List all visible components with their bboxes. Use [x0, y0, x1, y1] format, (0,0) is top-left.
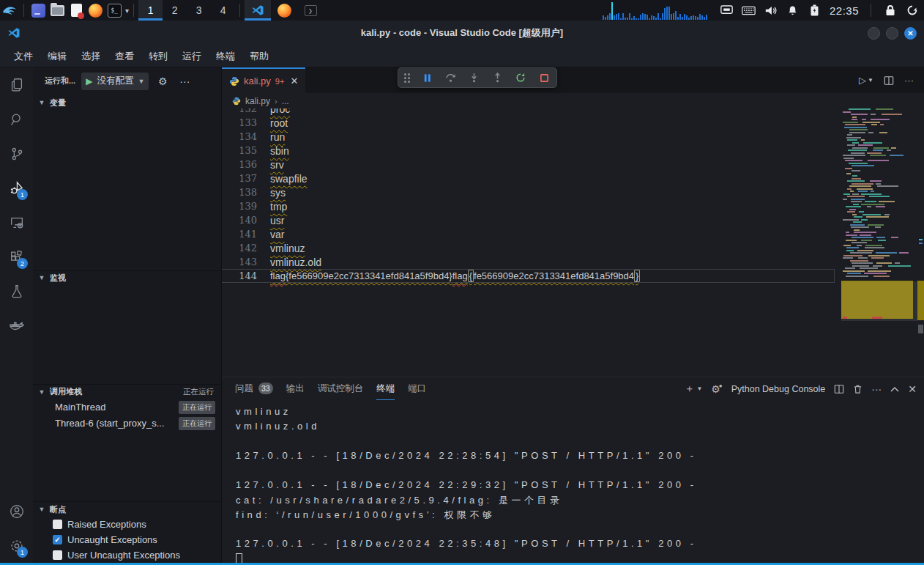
debug-settings-gear-icon[interactable]: ⚙: [154, 75, 171, 87]
step-into-button[interactable]: [467, 71, 480, 84]
stop-button[interactable]: [537, 71, 551, 84]
breakpoint-row[interactable]: Uncaught Exceptions: [33, 532, 221, 547]
minimize-button[interactable]: [868, 27, 880, 40]
step-out-icon: [493, 73, 502, 83]
tab-close-icon[interactable]: ✕: [290, 75, 298, 86]
new-terminal-button[interactable]: ＋▼: [684, 383, 702, 396]
close-button[interactable]: ✕: [904, 27, 917, 40]
breakpoint-row[interactable]: User Uncaught Exceptions: [33, 547, 221, 563]
sidebar-item-source-control[interactable]: [0, 136, 33, 171]
panel-tab[interactable]: 端口: [408, 377, 426, 400]
debug-config-dropdown[interactable]: ▶ 没有配置 ▼: [81, 73, 149, 90]
kali-menu-button[interactable]: [0, 1, 19, 20]
start-debug-icon[interactable]: ▶: [86, 76, 92, 86]
workspace-tile[interactable]: 3: [187, 0, 211, 21]
menu-item[interactable]: 查看: [108, 47, 141, 66]
minimap[interactable]: [841, 108, 917, 328]
run-python-file-button[interactable]: ▷▼: [859, 75, 873, 86]
terminal-output[interactable]: vmlinuzvmlinuz.old127.0.0.1 - - [18/Dec/…: [222, 400, 924, 563]
taskbar-vscode-window[interactable]: [245, 0, 271, 21]
close-panel-icon[interactable]: ✕: [908, 383, 917, 395]
kill-terminal-button[interactable]: [853, 384, 862, 394]
sidebar-item-remote-explorer[interactable]: [0, 205, 33, 240]
breadcrumb[interactable]: kali.py › ...: [222, 93, 924, 108]
vscode-titlebar[interactable]: kali.py - code - Visual Studio Code [超级用…: [0, 21, 924, 45]
breadcrumb-file[interactable]: kali.py: [245, 96, 270, 106]
sidebar-item-extensions[interactable]: 2: [0, 240, 33, 274]
maximize-panel-icon[interactable]: [890, 386, 899, 392]
breakpoint-row[interactable]: Raised Exceptions: [33, 517, 221, 532]
editor-more-actions-icon[interactable]: ···: [904, 75, 914, 86]
thread-row[interactable]: Thread-6 (start_proxy_s... 正在运行: [33, 416, 221, 432]
window-title: kali.py - code - Visual Studio Code [超级用…: [0, 26, 924, 40]
thread-row[interactable]: MainThread 正在运行: [33, 399, 221, 416]
terminal-lines: vmlinuzvmlinuz.old127.0.0.1 - - [18/Dec/…: [236, 406, 924, 553]
sidebar-item-explorer[interactable]: [0, 67, 33, 102]
menu-item[interactable]: 终端: [209, 47, 242, 66]
sidebar-item-search[interactable]: [0, 102, 33, 136]
menu-item[interactable]: 选择: [75, 47, 107, 66]
menu-item[interactable]: 帮助: [243, 47, 275, 66]
battery-tray-button[interactable]: [808, 3, 822, 18]
panel-tab[interactable]: 终端: [376, 377, 395, 400]
keyboard-tray-button[interactable]: [742, 3, 756, 18]
taskbar-terminal-window[interactable]: ❯: [297, 0, 324, 21]
section-watch[interactable]: ▼ 监视: [33, 270, 221, 286]
code-editor[interactable]: 132 proc 133 root 134 run 135 sbin 1: [222, 108, 924, 377]
step-out-button[interactable]: [491, 71, 504, 84]
section-callstack[interactable]: ▼ 调用堆栈 正在运行: [33, 384, 221, 399]
split-terminal-button[interactable]: [834, 384, 844, 394]
scrollbar-thumb[interactable]: [918, 325, 923, 333]
workspace-tile[interactable]: 2: [163, 0, 187, 21]
pause-button[interactable]: [420, 71, 433, 84]
tab-kali-py[interactable]: kali.py 9+ ✕: [222, 67, 305, 93]
panel-more-actions-icon[interactable]: ···: [871, 383, 882, 395]
line-number: 140: [222, 215, 257, 226]
network-tray-button[interactable]: [720, 3, 734, 18]
code-text: flag{fe566909e2cc7313341efd841a5f9bd4}fl…: [270, 270, 640, 281]
notifications-tray-button[interactable]: [786, 3, 800, 18]
sidebar-more-icon[interactable]: ···: [176, 75, 193, 87]
sidebar-item-testing[interactable]: [0, 274, 33, 309]
launcher-dropdown-chevron-icon[interactable]: ▾: [125, 7, 129, 15]
settings-button[interactable]: 1: [0, 528, 33, 563]
breadcrumb-rest[interactable]: ...: [282, 96, 289, 106]
split-editor-button[interactable]: [884, 75, 894, 86]
volume-tray-button[interactable]: [764, 3, 778, 18]
panel-tab[interactable]: 调试控制台: [318, 377, 364, 400]
power-menu-button[interactable]: [905, 3, 920, 18]
terminal-launcher[interactable]: $_: [105, 1, 124, 20]
menu-item[interactable]: 转到: [142, 47, 174, 66]
section-variables[interactable]: ▼ 变量: [33, 95, 221, 111]
menu-item[interactable]: 文件: [7, 47, 40, 66]
breakpoint-checkbox[interactable]: [53, 550, 62, 560]
file-manager-launcher[interactable]: [48, 1, 67, 20]
maximize-button[interactable]: [886, 27, 898, 40]
debug-toolbar-drag-handle[interactable]: [404, 73, 410, 83]
system-monitor-graph[interactable]: [603, 1, 712, 20]
clock[interactable]: 22:35: [830, 4, 859, 17]
lock-screen-button[interactable]: [883, 3, 898, 18]
menu-item[interactable]: 运行: [176, 47, 208, 66]
editor-scrollbar[interactable]: [917, 108, 924, 377]
workspace-tile[interactable]: 1: [138, 0, 163, 21]
workspace-tile[interactable]: 4: [211, 0, 235, 21]
panel-tab[interactable]: 问题 33: [235, 377, 273, 400]
files-app-launcher[interactable]: [29, 1, 48, 20]
breakpoint-checkbox[interactable]: [53, 520, 62, 529]
section-breakpoints[interactable]: ▼ 断点: [33, 501, 221, 517]
account-button[interactable]: [0, 494, 33, 528]
menu-item[interactable]: 编辑: [41, 47, 73, 66]
panel-tab[interactable]: 输出: [286, 377, 305, 400]
minimap-viewport[interactable]: [841, 281, 917, 321]
sidebar-item-run-debug[interactable]: 1: [0, 171, 33, 205]
taskbar-firefox-window[interactable]: [271, 0, 297, 21]
text-editor-launcher[interactable]: [67, 1, 86, 20]
breakpoint-checkbox[interactable]: [53, 535, 62, 544]
terminal-instance-label[interactable]: Python Debug Console: [731, 384, 826, 394]
sidebar-item-docker[interactable]: [0, 309, 33, 343]
step-over-button[interactable]: [444, 71, 457, 84]
sidebar-title: 运行和...: [45, 75, 75, 86]
firefox-launcher[interactable]: [86, 1, 105, 20]
restart-button[interactable]: [514, 71, 527, 84]
